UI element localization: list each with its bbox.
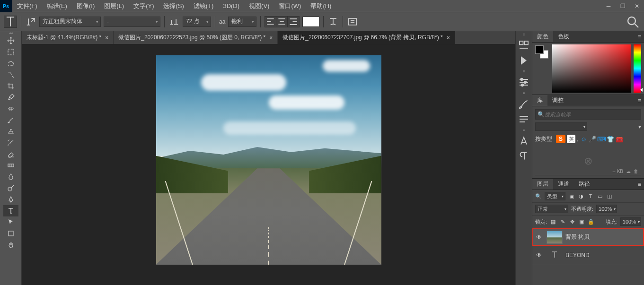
tab-paths[interactable]: 路径: [574, 179, 595, 190]
font-family-dropdown[interactable]: 方正粗黑宋简体: [39, 17, 101, 27]
menu-help[interactable]: 帮助(H): [306, 0, 336, 12]
library-dropdown[interactable]: [535, 122, 587, 131]
close-icon[interactable]: ×: [447, 35, 450, 41]
layer-row[interactable]: 👁 T BEYOND: [532, 246, 644, 264]
text-color-swatch[interactable]: [302, 17, 319, 27]
fg-bg-swatch[interactable]: [535, 45, 548, 59]
font-style-dropdown[interactable]: -: [104, 17, 160, 27]
menu-file[interactable]: 文件(F): [12, 0, 42, 12]
gradient-tool[interactable]: [3, 160, 18, 171]
search-icon[interactable]: [625, 14, 640, 29]
window-close[interactable]: ✕: [630, 0, 644, 12]
filter-shape-icon[interactable]: ▭: [597, 193, 603, 199]
document-tab-2[interactable]: 微信图片_20200607232707.jpg @ 66.7% (背景 拷贝, …: [278, 31, 455, 44]
history-brush-tool[interactable]: [3, 137, 18, 148]
filter-adjust-icon[interactable]: ◑: [578, 193, 584, 199]
lock-pixels-icon[interactable]: ▦: [550, 218, 556, 225]
cloud-sync-icon[interactable]: ☁: [626, 169, 631, 174]
paragraph-panel-icon[interactable]: [518, 150, 529, 162]
lock-position-icon[interactable]: ✥: [569, 218, 575, 225]
library-search[interactable]: 🔍: [535, 109, 641, 120]
brushes-panel-icon[interactable]: [518, 98, 529, 110]
menu-select[interactable]: 选择(S): [159, 0, 188, 12]
eyedropper-tool[interactable]: [3, 92, 18, 103]
panel-menu-icon[interactable]: ≡: [635, 179, 644, 190]
blend-mode-dropdown[interactable]: 正常: [535, 205, 568, 213]
filter-kind-dropdown[interactable]: 类型: [545, 192, 565, 200]
menu-type[interactable]: 文字(Y): [129, 0, 159, 12]
character-panel-icon[interactable]: [518, 135, 529, 147]
history-panel-icon[interactable]: [518, 40, 529, 51]
trash-icon[interactable]: 🗑: [634, 169, 638, 174]
ime-keyboard-icon[interactable]: ⌨: [598, 135, 605, 143]
anti-alias-dropdown[interactable]: 锐利: [228, 17, 256, 27]
clone-stamp-tool[interactable]: [3, 126, 18, 137]
lock-all-icon[interactable]: 🔒: [588, 218, 594, 225]
align-center-button[interactable]: [276, 17, 288, 27]
ime-lang-button[interactable]: 英: [567, 135, 575, 143]
marquee-tool[interactable]: [3, 46, 18, 58]
lock-artboard-icon[interactable]: ▣: [578, 218, 585, 225]
hue-slider[interactable]: [634, 44, 641, 93]
fill-value[interactable]: 100%: [620, 217, 641, 226]
dodge-tool[interactable]: [3, 182, 18, 194]
ime-emoji-icon[interactable]: ☺: [580, 135, 587, 143]
window-restore[interactable]: ❐: [616, 0, 630, 12]
close-icon[interactable]: ×: [269, 35, 273, 41]
layer-thumbnail[interactable]: [547, 231, 563, 244]
actions-panel-icon[interactable]: [518, 55, 529, 66]
canvas[interactable]: [22, 44, 515, 285]
filter-smart-icon[interactable]: ◫: [606, 193, 613, 199]
tab-libraries[interactable]: 库: [532, 95, 547, 106]
filter-pixel-icon[interactable]: ▣: [568, 193, 575, 199]
hand-tool[interactable]: [3, 239, 18, 250]
lasso-tool[interactable]: [3, 58, 18, 69]
menu-filter[interactable]: 滤镜(T): [189, 0, 219, 12]
layer-name[interactable]: BEYOND: [565, 252, 590, 259]
tab-swatches[interactable]: 色板: [553, 31, 574, 42]
tab-channels[interactable]: 通道: [553, 179, 574, 190]
document-tab-0[interactable]: 未标题-1 @ 41.4%(RGB/8#) *×: [22, 31, 114, 44]
layer-name[interactable]: 背景 拷贝: [565, 233, 590, 241]
menu-window[interactable]: 窗口(W): [274, 0, 306, 12]
tab-adjustments[interactable]: 调整: [547, 95, 568, 106]
window-minimize[interactable]: ─: [601, 0, 616, 12]
orientation-toggle-icon[interactable]: [25, 16, 36, 27]
layer-thumbnail[interactable]: T: [547, 249, 563, 262]
crop-tool[interactable]: [3, 80, 18, 92]
quick-select-tool[interactable]: [3, 69, 18, 80]
dock-handle[interactable]: [516, 129, 532, 131]
library-search-input[interactable]: [545, 112, 639, 117]
ime-mic-icon[interactable]: 🎤: [589, 135, 596, 143]
dock-handle[interactable]: [516, 33, 532, 36]
character-panel-icon[interactable]: [347, 16, 358, 27]
filter-search-icon[interactable]: 🔍: [535, 193, 542, 199]
panel-menu-icon[interactable]: ≡: [635, 31, 644, 42]
opacity-value[interactable]: 100%: [596, 205, 617, 213]
eraser-tool[interactable]: [3, 148, 18, 160]
healing-tool[interactable]: [3, 103, 18, 114]
brush-settings-panel-icon[interactable]: [518, 113, 529, 125]
lock-brush-icon[interactable]: ✎: [559, 218, 566, 225]
pen-tool[interactable]: [3, 194, 18, 205]
menu-edit[interactable]: 编辑(E): [42, 0, 72, 12]
filter-type-icon[interactable]: T: [587, 193, 594, 199]
tab-layers[interactable]: 图层: [532, 179, 553, 190]
dock-handle[interactable]: [516, 92, 532, 95]
menu-image[interactable]: 图像(I): [72, 0, 99, 12]
align-right-button[interactable]: [288, 17, 299, 27]
ime-sogou-icon[interactable]: S: [556, 135, 565, 143]
toolbox-collapse-handle[interactable]: [0, 31, 21, 35]
tool-indicator[interactable]: [4, 16, 17, 28]
brush-tool[interactable]: [3, 114, 18, 126]
type-tool[interactable]: [3, 205, 18, 216]
ime-toolbox-icon[interactable]: 🧰: [616, 135, 623, 143]
properties-panel-icon[interactable]: [518, 77, 529, 88]
blur-tool[interactable]: [3, 171, 18, 182]
dock-handle[interactable]: [516, 70, 532, 73]
panel-menu-icon[interactable]: ≡: [635, 95, 644, 106]
font-size-dropdown[interactable]: 72 点: [183, 17, 211, 27]
document-tab-1[interactable]: 微信图片_20200607222523.jpg @ 50% (图层 0, RGB…: [114, 31, 278, 44]
move-tool[interactable]: [3, 35, 18, 46]
shape-tool[interactable]: [3, 228, 18, 239]
